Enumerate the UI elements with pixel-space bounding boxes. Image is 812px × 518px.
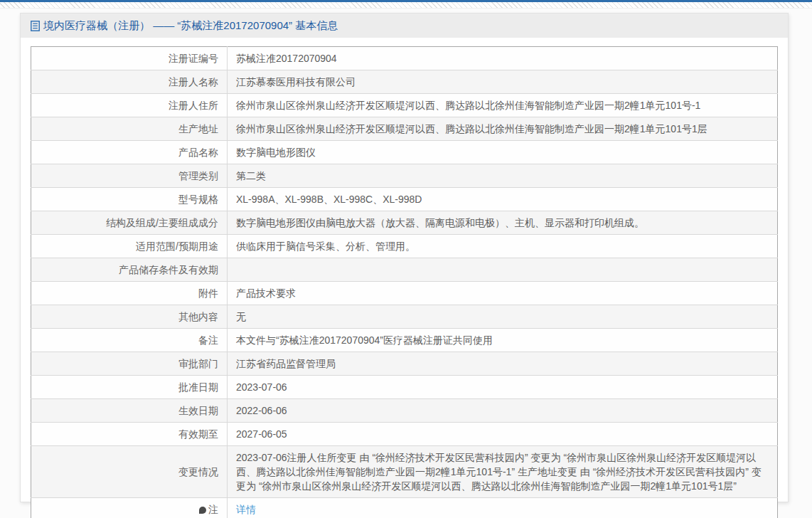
registration-info-card: 境内医疗器械（注册） —— “苏械注准20172070904” 基本信息 注册证… (20, 13, 789, 502)
top-stripe-decoration (0, 2, 812, 9)
row-value: 本文件与“苏械注准20172070904”医疗器械注册证共同使用 (228, 329, 778, 352)
row-value: 苏械注准20172070904 (228, 47, 778, 70)
table-row: 生效日期 2022-06-06 (31, 399, 778, 423)
note-balloon-icon (199, 507, 206, 514)
row-label: 备注 (31, 329, 228, 352)
row-label: 注册证编号 (31, 47, 228, 70)
row-value: 徐州市泉山区徐州泉山经济开发区顺堤河以西、腾达路以北徐州佳海智能制造产业园一期2… (228, 94, 778, 117)
row-label: 产品储存条件及有效期 (31, 258, 228, 282)
row-label: 注册人住所 (31, 94, 228, 117)
row-value: 产品技术要求 (228, 282, 778, 305)
row-value: 2023-07-06 (228, 376, 778, 399)
row-label: 变更情况 (31, 446, 228, 498)
card-body: 注册证编号 苏械注准20172070904 注册人名称 江苏慕泰医用科技有限公司… (21, 38, 788, 518)
page-title: 境内医疗器械（注册） —— “苏械注准20172070904” 基本信息 (43, 19, 338, 33)
table-row: 注册人住所 徐州市泉山区徐州泉山经济开发区顺堤河以西、腾达路以北徐州佳海智能制造… (31, 94, 778, 117)
row-value: 数字脑电地形图仪由脑电放大器（放大器、隔离电源和电极）、主机、显示器和打印机组成… (228, 211, 778, 235)
registration-info-table: 注册证编号 苏械注准20172070904 注册人名称 江苏慕泰医用科技有限公司… (31, 46, 778, 518)
row-label: 注 (208, 504, 218, 515)
row-label: 有效期至 (31, 423, 228, 446)
row-value: 江苏慕泰医用科技有限公司 (228, 70, 778, 94)
row-value: 2027-06-05 (228, 423, 778, 446)
row-label: 审批部门 (31, 352, 228, 376)
row-label: 生产地址 (31, 117, 228, 141)
row-value: 第二类 (228, 164, 778, 188)
card-header: 境内医疗器械（注册） —— “苏械注准20172070904” 基本信息 (21, 14, 788, 38)
document-icon (31, 21, 40, 31)
table-row: 审批部门 江苏省药品监督管理局 (31, 352, 778, 376)
table-row: 管理类别 第二类 (31, 164, 778, 188)
table-row: 适用范围/预期用途 供临床用于脑信号采集、分析、管理用。 (31, 235, 778, 258)
table-row: 有效期至 2027-06-05 (31, 423, 778, 446)
detail-link[interactable]: 详情 (236, 504, 256, 515)
table-row: 变更情况 2023-07-06注册人住所变更 由 “徐州经济技术开发区民营科技园… (31, 446, 778, 498)
row-label: 结构及组成/主要组成成分 (31, 211, 228, 235)
table-row: 生产地址 徐州市泉山区徐州泉山经济开发区顺堤河以西、腾达路以北徐州佳海智能制造产… (31, 117, 778, 141)
row-value: 2023-07-06注册人住所变更 由 “徐州经济技术开发区民营科技园内” 变更… (228, 446, 778, 498)
row-value: 无 (228, 305, 778, 329)
table-row: 附件 产品技术要求 (31, 282, 778, 305)
row-value (228, 258, 778, 282)
table-row: 其他内容 无 (31, 305, 778, 329)
row-label: 型号规格 (31, 188, 228, 211)
table-row: 型号规格 XL-998A、XL-998B、XL-998C、XL-998D (31, 188, 778, 211)
table-row: 注册证编号 苏械注准20172070904 (31, 47, 778, 70)
table-row: 备注 本文件与“苏械注准20172070904”医疗器械注册证共同使用 (31, 329, 778, 352)
row-value: 江苏省药品监督管理局 (228, 352, 778, 376)
row-value: 详情 (228, 498, 778, 518)
row-value: XL-998A、XL-998B、XL-998C、XL-998D (228, 188, 778, 211)
table-row: 注 详情 (31, 498, 778, 518)
row-value: 徐州市泉山区徐州泉山经济开发区顺堤河以西、腾达路以北徐州佳海智能制造产业园一期2… (228, 117, 778, 141)
table-row: 结构及组成/主要组成成分 数字脑电地形图仪由脑电放大器（放大器、隔离电源和电极）… (31, 211, 778, 235)
row-label: 产品名称 (31, 141, 228, 164)
row-label: 注册人名称 (31, 70, 228, 94)
row-label-note: 注 (31, 498, 228, 518)
table-row: 注册人名称 江苏慕泰医用科技有限公司 (31, 70, 778, 94)
table-row: 批准日期 2023-07-06 (31, 376, 778, 399)
row-label: 附件 (31, 282, 228, 305)
row-label: 管理类别 (31, 164, 228, 188)
row-value: 数字脑电地形图仪 (228, 141, 778, 164)
row-label: 生效日期 (31, 399, 228, 423)
row-label: 其他内容 (31, 305, 228, 329)
row-label: 批准日期 (31, 376, 228, 399)
row-label: 适用范围/预期用途 (31, 235, 228, 258)
row-value: 2022-06-06 (228, 399, 778, 423)
row-value: 供临床用于脑信号采集、分析、管理用。 (228, 235, 778, 258)
table-row: 产品储存条件及有效期 (31, 258, 778, 282)
table-row: 产品名称 数字脑电地形图仪 (31, 141, 778, 164)
